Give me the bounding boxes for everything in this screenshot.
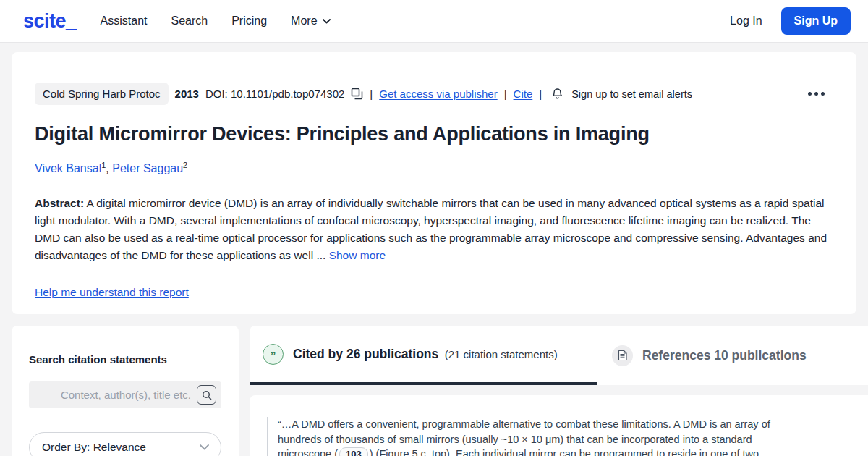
chevron-down-icon [323, 19, 331, 24]
separator: | [504, 88, 507, 100]
show-more-link[interactable]: Show more [329, 249, 386, 261]
references-label: References 10 publications [642, 348, 807, 363]
author-link[interactable]: Vivek Bansal [35, 162, 101, 174]
references-document-icon [612, 345, 633, 366]
citation-search-input[interactable] [36, 389, 197, 401]
signup-button[interactable]: Sign Up [781, 7, 851, 35]
author-separator: , [106, 162, 112, 174]
paper-title: Digital Micromirror Devices: Principles … [35, 123, 833, 145]
help-understand-link[interactable]: Help me understand this report [35, 286, 189, 299]
scite-logo[interactable]: scite_ [23, 10, 77, 33]
citation-statements-panel: “…A DMD offers a convenient, programmabl… [250, 395, 868, 456]
citation-statement: “…A DMD offers a convenient, programmabl… [267, 417, 795, 456]
search-submit-button[interactable] [197, 385, 216, 405]
publications-tabbar: ” Cited by 26 publications (21 citation … [250, 326, 868, 385]
publication-year: 2013 [175, 88, 199, 100]
citation-search-box [29, 381, 221, 408]
author-affiliation-sup: 2 [183, 161, 187, 169]
journal-badge: Cold Spring Harb Protoc [35, 83, 169, 105]
tab-references[interactable]: References 10 publications [597, 326, 868, 385]
abstract: Abstract: A digital micromirror device (… [35, 195, 833, 264]
order-by-select[interactable]: Order By: Relevance [29, 432, 221, 456]
cited-by-label: Cited by 26 publications [293, 347, 438, 361]
bell-icon [551, 88, 563, 101]
order-by-value: Order By: Relevance [42, 441, 146, 454]
copy-icon [351, 88, 363, 100]
citation-statements-icon: ” [263, 344, 284, 365]
login-link[interactable]: Log In [730, 14, 762, 28]
tab-cited-by[interactable]: ” Cited by 26 publications (21 citation … [250, 326, 597, 385]
site-header: scite_ Assistant Search Pricing More Log… [0, 0, 868, 43]
get-access-link[interactable]: Get access via publisher [379, 88, 497, 100]
nav-more[interactable]: More [291, 14, 330, 28]
nav-assistant[interactable]: Assistant [101, 14, 148, 28]
author-list: Vivek Bansal1, Peter Saggau2 [35, 161, 833, 175]
ellipsis-icon [808, 92, 825, 96]
cite-link[interactable]: Cite [514, 88, 533, 100]
chevron-down-icon [200, 444, 209, 450]
more-options-button[interactable] [808, 92, 833, 96]
abstract-text: A digital micromirror device (DMD) is an… [35, 197, 827, 261]
main-nav: Assistant Search Pricing More [101, 14, 331, 28]
nav-search[interactable]: Search [171, 14, 208, 28]
separator: | [370, 88, 373, 100]
paper-summary-card: Cold Spring Harb Protoc 2013 DOI: 10.110… [12, 52, 856, 314]
citation-search-panel: Search citation statements Order By: Rel… [12, 326, 239, 456]
search-icon [202, 390, 212, 400]
header-actions: Log In Sign Up [730, 7, 851, 35]
email-alerts-link[interactable]: Sign up to set email alerts [571, 88, 692, 100]
copy-doi-button[interactable] [351, 88, 363, 100]
abstract-label: Abstract: [35, 197, 84, 209]
reference-number-badge[interactable]: 103 [339, 447, 368, 456]
paper-meta-row: Cold Spring Harb Protoc 2013 DOI: 10.110… [35, 83, 833, 105]
citation-statements-count: (21 citation statements) [445, 348, 558, 360]
separator: | [539, 88, 542, 100]
author-link[interactable]: Peter Saggau [112, 162, 183, 174]
nav-pricing[interactable]: Pricing [231, 14, 267, 28]
search-panel-heading: Search citation statements [29, 353, 221, 366]
doi-text: DOI: 10.1101/pdb.top074302 [205, 88, 344, 100]
